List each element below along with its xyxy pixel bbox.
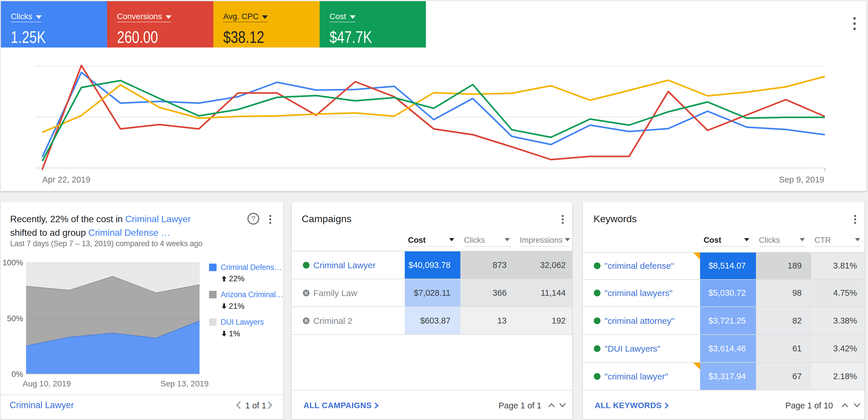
svg-text:?: ?: [251, 214, 255, 223]
